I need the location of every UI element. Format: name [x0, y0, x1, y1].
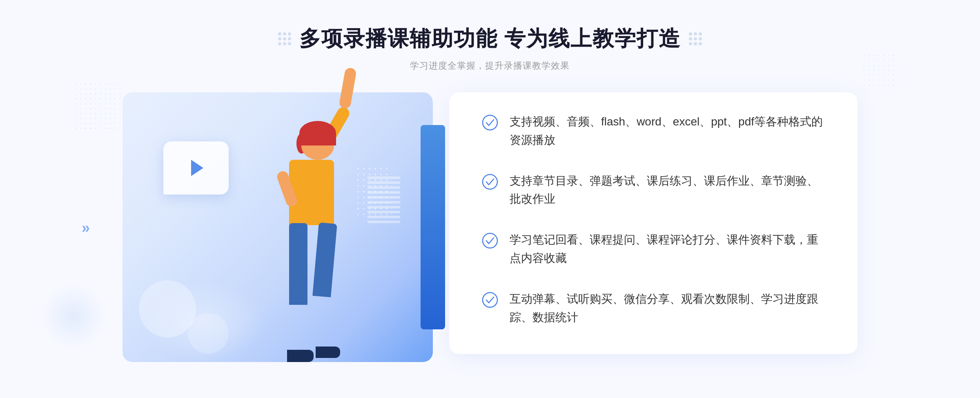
right-panel: 支持视频、音频、flash、word、excel、ppt、pdf等各种格式的资源…: [449, 92, 858, 354]
play-bubble: [163, 141, 229, 195]
svg-point-1: [483, 174, 497, 189]
bg-circle-blue: [41, 284, 106, 349]
play-triangle-icon: [191, 160, 203, 176]
feature-text-1: 支持视频、音频、flash、word、excel、ppt、pdf等各种格式的资源…: [510, 113, 825, 150]
feature-text-2: 支持章节目录、弹题考试、课后练习、课后作业、章节测验、批改作业: [510, 172, 825, 209]
blue-vertical-bar: [421, 125, 445, 329]
header-section: 多项录播课辅助功能 专为线上教学打造 学习进度全掌握，提升录播课教学效果: [278, 25, 702, 72]
content-area: »: [122, 92, 858, 362]
check-icon-2: [482, 174, 498, 190]
svg-point-0: [483, 115, 497, 130]
bg-dots-left: [74, 82, 122, 131]
feature-text-3: 学习笔记回看、课程提问、课程评论打分、课件资料下载，重点内容收藏: [510, 231, 825, 268]
feature-item-2: 支持章节目录、弹题考试、课后练习、课后作业、章节测验、批改作业: [482, 172, 825, 209]
light-effect: [143, 280, 265, 362]
illustration-card: [122, 92, 433, 362]
header-title-row: 多项录播课辅助功能 专为线上教学打造: [278, 25, 702, 53]
person-shoe-right: [316, 347, 340, 358]
svg-point-2: [483, 233, 497, 248]
page-container: 多项录播课辅助功能 专为线上教学打造 学习进度全掌握，提升录播课教学效果 »: [0, 0, 980, 398]
person-hair: [299, 121, 336, 145]
sub-title: 学习进度全掌握，提升录播课教学效果: [410, 60, 570, 72]
person-shoe-left: [287, 350, 314, 362]
person-leg-left: [289, 223, 307, 305]
feature-item-1: 支持视频、音频、flash、word、excel、ppt、pdf等各种格式的资源…: [482, 113, 825, 150]
check-icon-1: [482, 114, 498, 131]
feature-text-4: 互动弹幕、试听购买、微信分享、观看次数限制、学习进度跟踪、数据统计: [510, 290, 825, 327]
main-title: 多项录播课辅助功能 专为线上教学打造: [299, 25, 681, 53]
bg-dots-top-right: [862, 53, 898, 90]
left-dots-decoration: [278, 32, 291, 45]
left-arrow-decoration: »: [82, 217, 90, 237]
person-leg-right: [312, 222, 337, 297]
person-body: [289, 160, 334, 225]
check-icon-3: [482, 233, 498, 249]
feature-item-3: 学习笔记回看、课程提问、课程评论打分、课件资料下载，重点内容收藏: [482, 231, 825, 268]
feature-item-4: 互动弹幕、试听购买、微信分享、观看次数限制、学习进度跟踪、数据统计: [482, 290, 825, 327]
right-dots-decoration: [689, 32, 702, 45]
chevron-double-icon: »: [82, 219, 90, 236]
svg-point-3: [483, 293, 497, 307]
check-icon-4: [482, 292, 498, 308]
person-arm-right-lower: [339, 67, 357, 109]
person-legs: [289, 223, 334, 305]
